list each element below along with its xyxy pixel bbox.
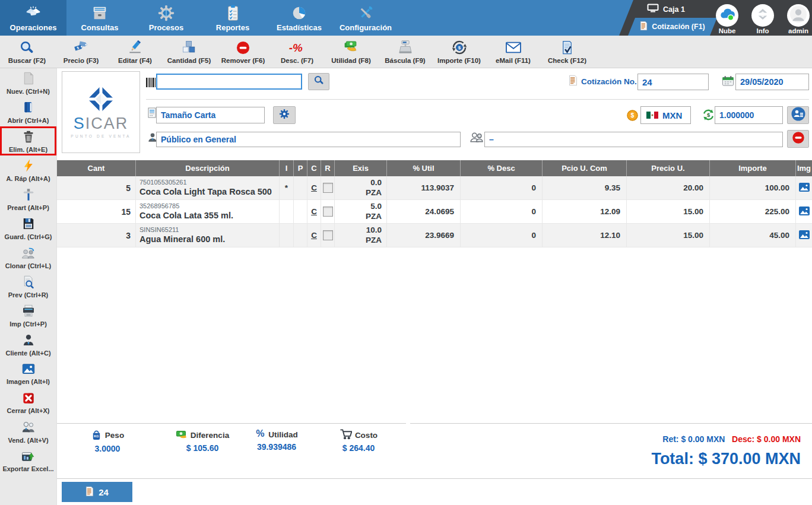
barcode-input[interactable] [156, 74, 302, 90]
cell-pcio-com: 12.10 [543, 224, 627, 247]
tab-label: Cotización (F1) [652, 23, 705, 31]
open-quote-tab[interactable]: 24 [62, 482, 132, 502]
sidebar-abrir[interactable]: Abrir (Ctrl+A) [0, 97, 56, 126]
weight-bag-icon: KG [91, 428, 102, 442]
sidebar-imprimir[interactable]: Imp (Ctrl+P) [0, 301, 56, 330]
cell-existencia: 0.0 PZA [335, 176, 387, 200]
sidebar-imagen[interactable]: Imagen (Alt+I) [0, 359, 56, 388]
page-size-input[interactable] [156, 107, 265, 123]
cell-i-flag: * [280, 176, 294, 200]
toolbar-importe[interactable]: $ Importe (F10) [432, 36, 486, 68]
menu-procesos[interactable]: Procesos [133, 0, 199, 36]
table-row[interactable]: 15 35268956785 Coca Cola Lata 355 ml. C … [57, 200, 812, 224]
person-coins-icon [791, 107, 805, 123]
toolbar-remover[interactable]: Remover (F6) [216, 36, 270, 68]
c-link[interactable]: C [311, 183, 317, 192]
quote-number-input[interactable] [637, 74, 709, 90]
sidebar-cerrar[interactable]: Cerrar (Alt+X) [0, 388, 56, 417]
row-checkbox[interactable] [323, 183, 333, 193]
totals-panel: Ret: $ 0.00 MXN Desc: $ 0.00 MXN Total: … [410, 423, 812, 478]
column-header: % Desc [461, 160, 543, 176]
column-header: % Util [387, 160, 461, 176]
sidebar-guardar[interactable]: Guard. (Ctrl+G) [0, 214, 56, 243]
tools-icon [357, 3, 375, 23]
toolbar-email[interactable]: eMail (F11) [486, 36, 540, 68]
toolbar-utilidad[interactable]: Utilidad (F8) [324, 36, 378, 68]
sidebar-exportar-excel[interactable]: Exportar Excel... [0, 446, 56, 475]
cell-img [796, 176, 812, 200]
product-code: SINSIN65211 [139, 226, 179, 234]
sidebar-cliente[interactable]: Cliente (Alt+C) [0, 330, 56, 359]
sidebar-previsualizar[interactable]: Prev (Ctrl+R) [0, 272, 56, 301]
total-line: Total: $ 370.00 MXN [651, 450, 801, 468]
register-label: Caja 1 [663, 5, 685, 14]
column-header: Cant [57, 160, 136, 176]
vendor-input[interactable] [484, 132, 783, 147]
stat-value: 3.0000 [95, 444, 120, 453]
brand-logo: SICAR PUNTO DE VENTA [62, 71, 140, 153]
menu-consultas[interactable]: Consultas [66, 0, 133, 36]
toolbar-editar[interactable]: Editar (F4) [108, 36, 162, 68]
customer-input[interactable] [156, 132, 461, 147]
image-icon[interactable] [799, 207, 810, 217]
date-input[interactable] [735, 74, 809, 90]
cloud-label: Nube [709, 27, 745, 34]
currency-config-button[interactable] [787, 106, 809, 124]
cell-c-link: C [307, 176, 321, 200]
cloud-button[interactable] [716, 4, 738, 27]
toolbar-cantidad[interactable]: Cantidad (F5) [162, 36, 216, 68]
column-header: Descripción [136, 160, 280, 176]
cell-precio: 15.00 [627, 200, 710, 224]
row-checkbox[interactable] [323, 230, 333, 240]
toolbar-check[interactable]: Check (F12) [540, 36, 594, 68]
print-settings-button[interactable] [273, 106, 296, 124]
cell-util: 24.0695 [387, 200, 461, 224]
brand-name: SICAR [74, 115, 129, 133]
c-link[interactable]: C [311, 207, 317, 216]
remove-vendor-button[interactable] [787, 130, 809, 148]
sidebar-preart[interactable]: Preart (Alt+P) [0, 185, 56, 214]
menu-estadisticas[interactable]: Estadísticas [266, 0, 332, 36]
sidebar-nuevo[interactable]: Nuev. (Ctrl+N) [0, 68, 56, 97]
clone-people-icon [21, 245, 36, 262]
sidebar-clonar[interactable]: Clonar (Ctrl+L) [0, 243, 56, 272]
info-button[interactable] [751, 4, 774, 27]
top-menu-bar: Operaciones Consultas Procesos Reportes … [0, 0, 812, 36]
exchange-rate-input[interactable] [715, 106, 783, 124]
toolbar-precio[interactable]: $ Precio (F3) [54, 36, 108, 68]
sidebar-vendedor[interactable]: Vend. (Alt+V) [0, 417, 56, 446]
currency-select[interactable]: MXN [640, 106, 691, 124]
stat-label: Utilidad [268, 430, 298, 439]
cell-p-flag [294, 176, 307, 200]
sidebar-eliminar[interactable]: Elim. (Alt+E) [0, 126, 56, 155]
money-hand-icon [343, 39, 360, 56]
image-icon[interactable] [799, 230, 810, 241]
exis-qty: 5.0 [370, 202, 382, 212]
boxes-icon [181, 39, 198, 56]
menu-operaciones[interactable]: Operaciones [0, 0, 66, 36]
items-table-header: Cant Descripción I P C R Exis % Util % D… [57, 160, 812, 176]
product-code: 35268956785 [139, 202, 179, 211]
table-row[interactable]: 5 7501055305261 Coca Cola Light Tapa Ros… [57, 176, 812, 200]
page-size-icon [148, 107, 156, 120]
exis-unit: PZA [366, 212, 382, 222]
cell-descripcion: SINSIN65211 Agua Mineral 600 ml. [136, 224, 280, 247]
row-checkbox[interactable] [323, 207, 333, 217]
column-header: Pcio U. Com [543, 160, 627, 176]
tab-cotizacion[interactable]: Cotización (F1) [628, 18, 717, 36]
search-button[interactable] [308, 73, 329, 90]
toolbar-bascula[interactable]: Báscula (F9) [378, 36, 432, 68]
table-row[interactable]: 3 SINSIN65211 Agua Mineral 600 ml. C 10.… [57, 224, 812, 247]
sidebar-agregar-rapido[interactable]: A. Ráp (Alt+A) [0, 155, 56, 185]
scale-icon [397, 39, 414, 56]
menu-configuracion[interactable]: Configuración [332, 0, 399, 36]
toolbar-descuento[interactable]: -% Desc. (F7) [270, 36, 324, 68]
image-icon[interactable] [799, 183, 810, 193]
minus-circle-icon [235, 39, 251, 56]
menu-reportes[interactable]: Reportes [199, 0, 266, 36]
toolbar-buscar[interactable]: Buscar (F2) [0, 36, 54, 68]
c-link[interactable]: C [311, 231, 317, 240]
excel-export-icon [21, 449, 36, 465]
gear-icon [157, 3, 175, 23]
user-button[interactable] [787, 4, 810, 27]
